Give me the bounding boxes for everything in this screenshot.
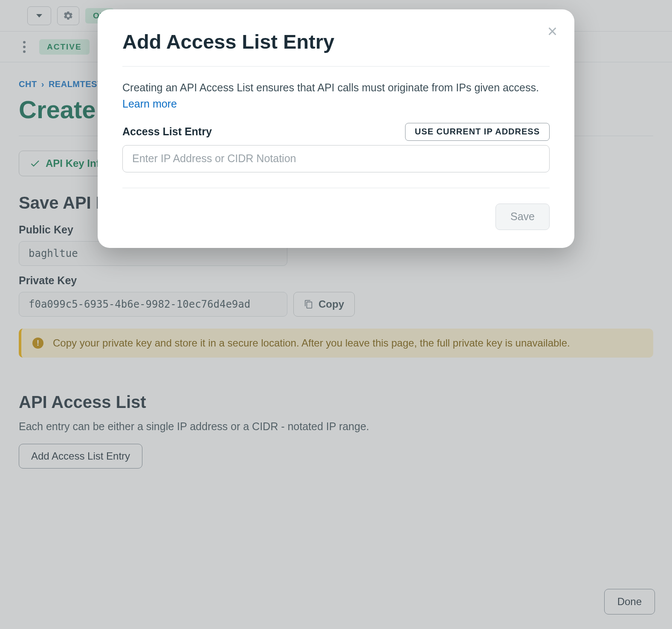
use-current-ip-button[interactable]: USE CURRENT IP ADDRESS xyxy=(405,123,550,141)
learn-more-link[interactable]: Learn more xyxy=(122,98,177,110)
modal-divider xyxy=(122,66,550,67)
access-list-entry-label: Access List Entry xyxy=(122,125,212,138)
modal-title: Add Access List Entry xyxy=(122,30,550,53)
access-list-entry-input[interactable] xyxy=(122,145,550,172)
modal-divider-2 xyxy=(122,188,550,188)
add-access-list-modal: × Add Access List Entry Creating an API … xyxy=(98,9,574,248)
close-button[interactable]: × xyxy=(545,22,560,40)
save-button[interactable]: Save xyxy=(495,204,550,230)
modal-overlay: × Add Access List Entry Creating an API … xyxy=(0,0,672,629)
close-icon: × xyxy=(547,22,557,41)
modal-description: Creating an API Access List ensures that… xyxy=(122,79,550,96)
